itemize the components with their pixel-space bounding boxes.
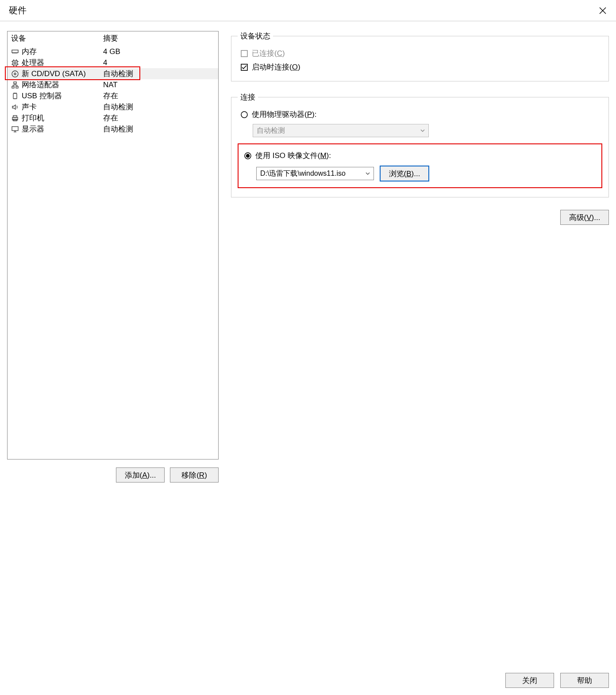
close-icon[interactable] [589, 0, 616, 21]
svg-rect-30 [13, 116, 17, 117]
svg-rect-35 [241, 50, 247, 57]
radio-unchecked-icon [240, 111, 248, 119]
printer-icon [11, 114, 19, 122]
device-row-memory[interactable]: 内存 4 GB [8, 46, 218, 57]
device-status-group: 设备状态 已连接(C) [231, 31, 609, 81]
iso-path-field[interactable]: D:\迅雷下载\windows11.iso [256, 167, 374, 180]
svg-point-18 [14, 73, 16, 75]
iso-highlight-box: 使用 ISO 映像文件(M): D:\迅雷下载\windows11.iso 浏览… [238, 143, 602, 188]
connect-at-poweron-checkbox[interactable]: 启动时连接(O) [240, 60, 602, 74]
radio-checked-icon [244, 152, 252, 160]
device-row-cddvd[interactable]: 新 CD/DVD (SATA) 自动检测 [8, 68, 218, 79]
svg-point-37 [241, 112, 247, 118]
disc-icon [11, 70, 19, 78]
add-button[interactable]: 添加(A)... [116, 467, 165, 483]
checkbox-checked-icon [240, 63, 248, 71]
connected-checkbox: 已连接(C) [240, 46, 602, 60]
chevron-down-icon [420, 127, 426, 134]
memory-icon [11, 48, 19, 56]
svg-point-39 [246, 154, 250, 157]
display-icon [11, 125, 19, 133]
chevron-down-icon [365, 170, 371, 177]
browse-button[interactable]: 浏览(B)... [380, 166, 429, 181]
device-list[interactable]: 设备 摘要 内存 4 [7, 31, 219, 459]
svg-rect-2 [12, 50, 18, 53]
device-row-usb[interactable]: USB 控制器 存在 [8, 90, 218, 101]
physical-drive-dropdown: 自动检测 [253, 124, 429, 137]
physical-drive-radio[interactable]: 使用物理驱动器(P): [240, 108, 602, 121]
svg-rect-20 [12, 86, 14, 88]
svg-rect-32 [12, 127, 18, 131]
iso-file-radio[interactable]: 使用 ISO 映像文件(M): [244, 149, 597, 162]
checkbox-icon [240, 50, 248, 58]
svg-rect-19 [14, 82, 16, 84]
device-row-printer[interactable]: 打印机 存在 [8, 112, 218, 124]
svg-point-17 [12, 71, 18, 77]
advanced-button[interactable]: 高级(V)... [560, 210, 609, 225]
connection-group: 连接 使用物理驱动器(P): 自动检测 [231, 92, 609, 197]
summary-header: 摘要 [103, 33, 215, 43]
svg-rect-7 [13, 61, 17, 65]
close-button[interactable]: 关闭 [505, 673, 554, 688]
device-status-legend: 设备状态 [238, 31, 273, 41]
sound-icon [11, 103, 19, 111]
usb-icon [11, 92, 19, 100]
device-row-network[interactable]: 网络适配器 NAT [8, 79, 218, 90]
help-button[interactable]: 帮助 [560, 673, 609, 688]
svg-rect-21 [16, 86, 18, 88]
svg-rect-8 [14, 62, 16, 64]
window-title: 硬件 [9, 4, 27, 16]
remove-button[interactable]: 移除(R) [170, 467, 219, 483]
network-icon [11, 81, 19, 89]
device-header: 设备 [11, 33, 103, 43]
device-row-display[interactable]: 显示器 自动检测 [8, 124, 218, 135]
svg-rect-26 [13, 93, 17, 99]
cpu-icon [11, 59, 19, 67]
connection-legend: 连接 [238, 92, 258, 102]
device-row-sound[interactable]: 声卡 自动检测 [8, 101, 218, 112]
device-row-cpu[interactable]: 处理器 4 [8, 57, 218, 68]
